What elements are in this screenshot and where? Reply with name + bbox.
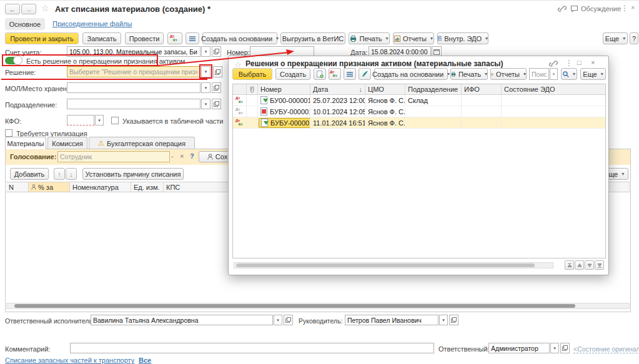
mol-dropdown-icon[interactable]: ▾ <box>201 82 211 93</box>
responsible-open-button[interactable] <box>560 343 570 353</box>
executor-dropdown-icon[interactable]: ▾ <box>274 315 282 325</box>
spare-parts-link[interactable]: Списание запасных частей к транспорту <box>5 357 134 364</box>
move-down-button[interactable]: ↓ <box>66 168 77 180</box>
column-cmo[interactable]: ЦМО <box>365 84 405 94</box>
modal-search-input[interactable] <box>529 68 549 80</box>
column-percent-for[interactable]: % за <box>29 182 70 192</box>
decision-open-button[interactable] <box>213 66 222 77</box>
column-unit[interactable]: Ед. изм. <box>131 182 164 192</box>
column-status[interactable] <box>233 84 247 94</box>
department-open-button[interactable] <box>212 99 221 109</box>
go-previous-button[interactable] <box>575 260 584 270</box>
tab-main[interactable]: Основное <box>5 18 45 30</box>
discussion-label[interactable]: Обсуждение <box>581 5 621 12</box>
modal-close-icon[interactable]: × <box>591 59 595 66</box>
voting-minus-icon[interactable]: - <box>171 152 174 160</box>
column-number[interactable]: Номер <box>258 84 310 94</box>
modal-create-based-on-button[interactable]: Создать на основании▾ <box>374 68 448 80</box>
modal-more-button[interactable]: Еще▾ <box>580 68 606 80</box>
decision-field[interactable] <box>67 66 201 77</box>
kfo-dropdown-icon[interactable]: ▾ <box>95 115 104 125</box>
executor-open-button[interactable] <box>284 315 293 325</box>
department-dropdown-icon[interactable]: ▾ <box>201 99 211 109</box>
modal-sign-button[interactable] <box>359 68 371 80</box>
write-button[interactable]: Записать <box>82 32 121 44</box>
voting-clear-icon[interactable]: × <box>180 152 184 160</box>
vetis-export-button[interactable]: Выгрузить в ВетИС <box>280 32 345 44</box>
go-first-button[interactable] <box>565 260 574 270</box>
voting-employee-field[interactable] <box>57 151 170 162</box>
help-button[interactable]: ? <box>630 32 638 44</box>
column-attachment[interactable] <box>247 84 258 94</box>
create-based-on-button[interactable]: Создать на основании▾ <box>202 32 277 44</box>
modal-hscrollbar-thumb[interactable] <box>236 263 535 267</box>
modal-menu-icon[interactable]: ⋮ <box>565 59 573 67</box>
back-button[interactable]: ← <box>5 4 20 14</box>
responsible-dropdown-icon[interactable]: ▾ <box>550 343 559 353</box>
favorite-star-icon[interactable]: ☆ <box>41 3 49 13</box>
forward-button[interactable]: → <box>21 4 36 14</box>
window-close-icon[interactable]: × <box>631 4 635 11</box>
modal-select-button[interactable]: Выбрать <box>232 68 272 80</box>
voting-help-icon[interactable]: ? <box>190 152 194 160</box>
column-n[interactable]: N <box>6 182 29 192</box>
modal-reports-button[interactable]: Отчеты▾ <box>490 68 527 80</box>
table-row[interactable]: ДтКт БУ00-000001 25.07.2023 12:00:00 Ясн… <box>233 95 605 106</box>
modal-get-link-icon[interactable] <box>549 60 558 67</box>
window-menu-icon[interactable]: ⋮ <box>621 4 628 12</box>
decision-dropdown-icon[interactable]: ▾ <box>201 66 211 77</box>
post-and-close-button[interactable]: Провести и закрыть <box>5 32 79 44</box>
move-up-button[interactable]: ↑ <box>54 168 65 180</box>
original-state-link[interactable]: <Состояние оригинала неизвестно> <box>573 345 639 353</box>
tab-attachments[interactable]: Присоединенные файлы <box>52 20 132 27</box>
account-open-button[interactable] <box>212 46 221 57</box>
department-field[interactable] <box>67 99 201 109</box>
dtkt-button[interactable]: ДтКт <box>167 32 182 44</box>
kfo-in-table-checkbox[interactable] <box>111 117 119 124</box>
add-row-button[interactable]: Добавить <box>10 168 49 180</box>
all-link[interactable]: Все <box>139 357 151 364</box>
modal-hscrollbar[interactable] <box>234 262 553 268</box>
internal-edo-button[interactable]: Внутр. ЭДО▾ <box>437 32 488 44</box>
materials-hscrollbar-thumb[interactable] <box>14 304 575 308</box>
modal-dtkt-button[interactable]: ДтКт <box>329 68 341 80</box>
tab-materials[interactable]: Материалы <box>5 137 46 149</box>
modal-print-button[interactable]: Печать▾ <box>450 68 488 80</box>
document-movements-button[interactable] <box>186 32 199 44</box>
manager-field[interactable] <box>345 315 438 325</box>
tab-accounting[interactable]: ⚠ Бухгалтерская операция <box>89 137 195 149</box>
comment-field[interactable] <box>70 343 434 353</box>
tab-commission[interactable]: Комиссия <box>47 137 87 149</box>
responsible-field[interactable] <box>488 343 550 353</box>
modal-search-button[interactable]: ▾ <box>561 68 577 80</box>
table-row[interactable]: ДтКт БУБУ-000001 10.01.2024 12:05:32 Ясн… <box>233 106 605 117</box>
get-link-icon[interactable] <box>558 5 567 12</box>
modal-search-clear-icon[interactable]: × <box>550 68 558 80</box>
modal-create-button[interactable]: Создать <box>275 68 310 80</box>
mol-field[interactable] <box>67 82 201 93</box>
column-date[interactable]: Дата ↓ <box>310 84 365 94</box>
post-button[interactable]: Провести <box>125 32 164 44</box>
utilization-checkbox[interactable] <box>5 129 12 137</box>
mol-open-button[interactable] <box>212 82 221 93</box>
kfo-field[interactable] <box>67 115 94 125</box>
set-writeoff-reason-button[interactable]: Установить причину списания <box>82 168 184 180</box>
table-row-selected[interactable]: ДтКт БУБУ-000002 11.01.2024 16:51:47 Ясн… <box>233 117 605 129</box>
manager-dropdown-icon[interactable]: ▾ <box>439 315 448 325</box>
materials-hscrollbar[interactable] <box>6 303 630 309</box>
column-nomenclature[interactable]: Номенклатура <box>70 182 131 192</box>
discussion-icon[interactable] <box>570 5 578 12</box>
modal-maximize-icon[interactable]: □ <box>577 59 582 66</box>
go-next-button[interactable] <box>585 260 594 270</box>
print-button[interactable]: Печать▾ <box>349 32 390 44</box>
modal-create-copy-button[interactable] <box>314 68 326 80</box>
reports-button[interactable]: Отчеты▾ <box>393 32 434 44</box>
column-ifo[interactable]: ИФО <box>462 84 502 94</box>
executor-field[interactable] <box>91 315 273 325</box>
manager-open-button[interactable] <box>449 315 458 325</box>
go-last-button[interactable] <box>595 260 604 270</box>
column-edo-state[interactable]: Состояние ЭДО <box>502 84 605 94</box>
account-dropdown-icon[interactable]: ▾ <box>201 46 211 57</box>
modal-movements-button[interactable] <box>344 68 356 80</box>
account-field[interactable] <box>67 46 201 57</box>
